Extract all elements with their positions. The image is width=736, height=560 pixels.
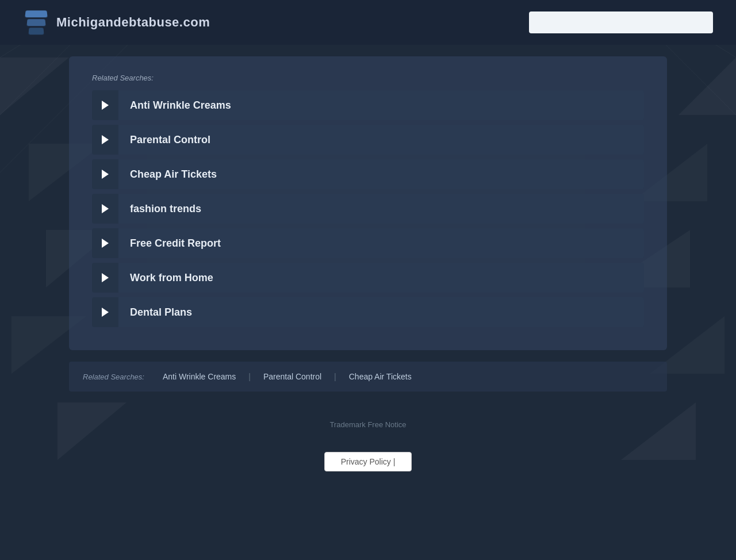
related-searches-label: Related Searches: <box>92 74 644 82</box>
logo-area: Michigandebtabuse.com <box>23 9 210 36</box>
footer-anti-wrinkle[interactable]: Anti Wrinkle Creams <box>155 372 244 381</box>
bottom-area: Trademark Free Notice Privacy Policy | <box>0 403 736 483</box>
item-label-cheap-air-tickets: Cheap Air Tickets <box>118 168 228 181</box>
logo-layer-1 <box>25 10 47 17</box>
play-icon-cheap-air-tickets <box>102 170 109 179</box>
arrow-box-fashion-trends <box>92 194 118 224</box>
play-icon-free-credit-report <box>102 239 109 248</box>
search-item-fashion-trends[interactable]: fashion trends <box>92 194 644 224</box>
item-label-parental-control: Parental Control <box>118 134 222 146</box>
play-icon-anti-wrinkle <box>102 101 109 110</box>
search-item-cheap-air-tickets[interactable]: Cheap Air Tickets <box>92 159 644 189</box>
logo-layer-3 <box>29 28 44 34</box>
item-label-anti-wrinkle: Anti Wrinkle Creams <box>118 99 243 112</box>
play-icon-dental-plans <box>102 308 109 317</box>
footer-separator-1: | <box>248 372 251 381</box>
play-icon-parental-control <box>102 135 109 144</box>
search-items-list: Anti Wrinkle CreamsParental ControlCheap… <box>92 90 644 327</box>
logo-icon <box>23 9 49 36</box>
svg-marker-6 <box>678 57 736 115</box>
play-icon-fashion-trends <box>102 204 109 213</box>
trademark-notice: Trademark Free Notice <box>0 420 736 429</box>
footer-related: Related Searches: Anti Wrinkle Creams|Pa… <box>69 362 667 392</box>
arrow-box-anti-wrinkle <box>92 90 118 120</box>
footer-cheap-air-tickets[interactable]: Cheap Air Tickets <box>341 372 420 381</box>
search-input[interactable] <box>529 11 713 33</box>
search-item-free-credit-report[interactable]: Free Credit Report <box>92 228 644 258</box>
search-item-parental-control[interactable]: Parental Control <box>92 125 644 155</box>
search-item-anti-wrinkle[interactable]: Anti Wrinkle Creams <box>92 90 644 120</box>
site-title: Michigandebtabuse.com <box>56 15 210 30</box>
play-icon-work-from-home <box>102 273 109 282</box>
main-content: Related Searches: Anti Wrinkle CreamsPar… <box>52 45 684 403</box>
item-label-fashion-trends: fashion trends <box>118 203 213 215</box>
item-label-free-credit-report: Free Credit Report <box>118 237 232 250</box>
logo-layer-2 <box>26 19 45 26</box>
footer-related-label: Related Searches: <box>83 373 144 381</box>
arrow-box-free-credit-report <box>92 228 118 258</box>
header: Michigandebtabuse.com <box>0 0 736 45</box>
privacy-policy-button[interactable]: Privacy Policy | <box>324 452 412 471</box>
arrow-box-parental-control <box>92 125 118 155</box>
search-item-work-from-home[interactable]: Work from Home <box>92 263 644 293</box>
footer-parental-control[interactable]: Parental Control <box>255 372 329 381</box>
arrow-box-work-from-home <box>92 263 118 293</box>
item-label-work-from-home: Work from Home <box>118 272 225 284</box>
search-item-dental-plans[interactable]: Dental Plans <box>92 297 644 327</box>
footer-separator-2: | <box>334 372 336 381</box>
item-label-dental-plans: Dental Plans <box>118 306 204 319</box>
content-panel: Related Searches: Anti Wrinkle CreamsPar… <box>69 56 667 350</box>
arrow-box-dental-plans <box>92 297 118 327</box>
arrow-box-cheap-air-tickets <box>92 159 118 189</box>
